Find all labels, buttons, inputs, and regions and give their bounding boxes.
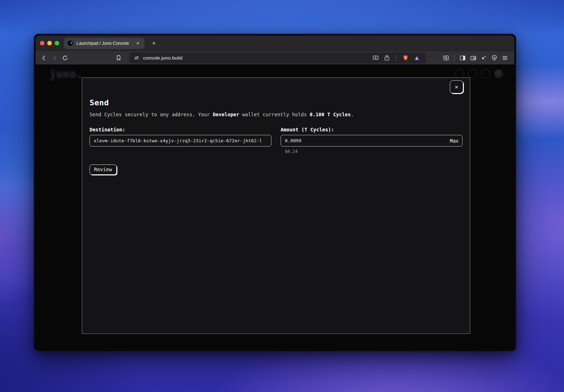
site-settings-icon[interactable]: [134, 55, 140, 61]
send-form: Destination: Amount (T Cycles): Max $0.1…: [90, 127, 462, 154]
share-icon[interactable]: [383, 54, 391, 62]
brave-shields-icon[interactable]: [401, 54, 409, 62]
search-tabs-icon[interactable]: [442, 54, 450, 62]
reload-button[interactable]: [61, 54, 69, 62]
window-minimize-button[interactable]: [47, 41, 52, 45]
browser-window: Launchpad / Juno Console ✕ +: [34, 34, 516, 351]
sidebar-toggle-icon[interactable]: [459, 54, 466, 62]
brave-rewards-icon[interactable]: [413, 54, 421, 62]
amount-input[interactable]: [281, 135, 462, 147]
bookmark-icon[interactable]: [115, 54, 122, 62]
tab-favicon-icon: [67, 40, 73, 46]
header-action-icon[interactable]: [481, 69, 490, 79]
new-tab-button[interactable]: +: [150, 39, 158, 47]
site-header-actions: [455, 69, 503, 79]
url-text: console.juno.build: [143, 55, 183, 61]
toolbar-right-cluster: [441, 54, 510, 62]
modal-title: Send: [90, 98, 462, 107]
browser-chrome: Launchpad / Juno Console ✕ +: [36, 36, 514, 349]
install-app-icon[interactable]: [372, 54, 379, 62]
max-button[interactable]: Max: [450, 138, 459, 144]
review-button[interactable]: Review: [90, 164, 117, 175]
forward-button[interactable]: [50, 54, 58, 62]
modal-description: Send Cycles securely to any address. You…: [90, 112, 462, 117]
modal-close-button[interactable]: ✕: [450, 80, 463, 93]
destination-label: Destination:: [90, 127, 271, 132]
window-close-button[interactable]: [40, 41, 44, 45]
destination-input[interactable]: [90, 135, 271, 147]
amount-label: Amount (T Cycles):: [281, 127, 462, 132]
amount-field-group: Amount (T Cycles): Max $0.14: [281, 127, 462, 154]
urlbar-separator: [396, 55, 396, 61]
header-avatar[interactable]: [494, 69, 503, 79]
window-zoom-button[interactable]: [55, 41, 59, 45]
navigation-toolbar: console.juno.build: [36, 51, 514, 64]
wallet-icon[interactable]: [469, 54, 477, 62]
tab-title: Launchpad / Juno Console: [76, 41, 135, 46]
toolbar-separator: [454, 55, 454, 61]
browser-tab[interactable]: Launchpad / Juno Console ✕: [64, 38, 145, 49]
desktop: { "browser": { "tab": { "title": "Launch…: [0, 0, 564, 392]
back-button[interactable]: [40, 54, 48, 62]
page-content: juno. ✕ Send Send Cycles securely to any…: [36, 64, 514, 349]
header-action-icon[interactable]: [468, 69, 477, 79]
amount-usd-value: $0.14: [285, 149, 462, 154]
address-bar[interactable]: console.juno.build: [129, 52, 426, 63]
send-modal: ✕ Send Send Cycles securely to any addre…: [82, 77, 470, 334]
traffic-lights: [40, 41, 59, 45]
tab-strip: Launchpad / Juno Console ✕ +: [36, 36, 514, 51]
tab-close-icon[interactable]: ✕: [135, 40, 141, 46]
juno-logo: juno.: [49, 68, 83, 80]
leo-ai-sparkles-icon[interactable]: [480, 54, 488, 62]
destination-field-group: Destination:: [90, 127, 271, 154]
menu-hamburger-icon[interactable]: [501, 54, 509, 62]
vpn-shield-icon[interactable]: [490, 54, 498, 62]
header-action-icon[interactable]: [455, 69, 464, 79]
